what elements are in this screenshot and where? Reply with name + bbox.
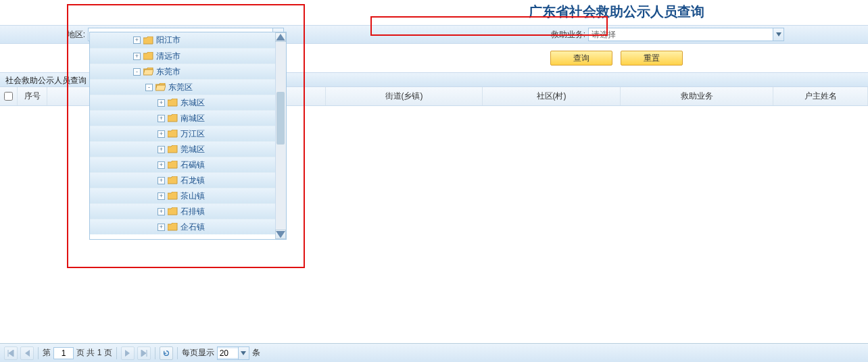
col-seq: 序号 xyxy=(18,87,47,105)
tree-node[interactable]: +东城区 xyxy=(90,95,286,110)
tree-label: 东城区 xyxy=(180,97,205,109)
expand-icon[interactable]: + xyxy=(133,36,141,44)
tree-node[interactable]: +万江区 xyxy=(90,126,286,141)
select-all-checkbox[interactable] xyxy=(4,92,13,101)
tree-label: 莞城区 xyxy=(180,144,205,155)
prev-page-button[interactable] xyxy=(20,346,34,360)
tree-label: 南城区 xyxy=(180,113,205,124)
folder-icon xyxy=(168,99,178,107)
tree-node[interactable]: +南城区 xyxy=(90,110,286,126)
tree-label: 清远市 xyxy=(156,51,180,62)
col-biz: 救助业务 xyxy=(621,87,773,105)
tree-label: 阳江市 xyxy=(156,34,180,46)
biz-label: 救助业务: xyxy=(548,29,588,41)
current-page-input[interactable] xyxy=(53,347,74,359)
page-size-combo[interactable] xyxy=(217,346,249,360)
folder-icon xyxy=(168,207,178,215)
biz-input[interactable] xyxy=(589,28,773,41)
expand-icon[interactable]: + xyxy=(158,130,165,138)
tree-label: 万江区 xyxy=(180,128,205,140)
expand-icon[interactable]: + xyxy=(158,146,165,153)
tree-label: 东莞区 xyxy=(168,82,193,93)
folder-icon xyxy=(143,36,153,45)
folder-icon xyxy=(168,145,178,153)
scroll-down-icon[interactable] xyxy=(275,230,286,239)
expand-icon[interactable]: + xyxy=(158,161,165,169)
col-owner: 户主姓名 xyxy=(773,87,868,105)
folder-icon xyxy=(168,176,178,184)
page-title: 广东省社会救助公示人员查询 xyxy=(365,0,868,25)
page-unit: 条 xyxy=(252,347,260,359)
tree-node[interactable]: +茶山镇 xyxy=(90,188,286,203)
page-size-input[interactable] xyxy=(218,348,238,358)
folder-icon xyxy=(168,130,178,138)
tree-label: 石排镇 xyxy=(180,206,205,217)
tree-node[interactable]: -东莞市 xyxy=(90,63,286,79)
button-row: 查询 重置 xyxy=(365,44,868,72)
page-middle: 页 共 1 页 xyxy=(76,347,112,359)
expand-icon[interactable]: + xyxy=(158,224,165,231)
paging-bar: 第 页 共 1 页 每页显示 条 xyxy=(0,343,868,362)
tree-node[interactable]: +莞城区 xyxy=(90,141,286,157)
reset-button[interactable]: 重置 xyxy=(621,51,683,66)
tree-node[interactable]: +石碣镇 xyxy=(90,157,286,172)
folder-open-icon xyxy=(155,83,166,91)
collapse-icon[interactable]: - xyxy=(133,68,141,76)
folder-icon xyxy=(168,192,178,200)
separator xyxy=(38,347,39,359)
separator xyxy=(116,347,117,359)
tree-node[interactable]: +企石镇 xyxy=(90,219,286,234)
col-community: 社区(村) xyxy=(483,87,621,105)
page-prefix: 第 xyxy=(43,347,51,359)
tree-node[interactable]: +阳江市 xyxy=(90,32,286,48)
expand-icon[interactable]: + xyxy=(158,177,165,184)
tree-node[interactable]: -东莞区 xyxy=(90,79,286,95)
chevron-down-icon[interactable] xyxy=(773,28,783,41)
tree-scrollbar[interactable] xyxy=(275,32,286,239)
search-button[interactable]: 查询 xyxy=(550,51,612,66)
chevron-down-icon[interactable] xyxy=(238,347,249,359)
first-page-button[interactable] xyxy=(4,346,18,360)
biz-combo[interactable] xyxy=(588,28,784,41)
separator xyxy=(177,347,178,359)
tree-node[interactable]: +石排镇 xyxy=(90,203,286,219)
folder-icon xyxy=(143,52,153,60)
tree-label: 企石镇 xyxy=(180,222,205,233)
expand-icon[interactable]: + xyxy=(158,192,165,200)
folder-icon xyxy=(168,161,178,169)
tree-label: 石龙镇 xyxy=(180,175,205,186)
region-tree[interactable]: +阳江市+清远市-东莞市-东莞区+东城区+南城区+万江区+莞城区+石碣镇+石龙镇… xyxy=(90,32,286,239)
scroll-up-icon[interactable] xyxy=(275,32,286,42)
tree-node[interactable]: +清远市 xyxy=(90,48,286,63)
col-street: 街道(乡镇) xyxy=(326,87,483,105)
select-all-cell xyxy=(0,87,18,105)
folder-icon xyxy=(168,223,178,231)
expand-icon[interactable]: + xyxy=(133,53,141,60)
scroll-thumb[interactable] xyxy=(276,92,285,145)
folder-icon xyxy=(168,114,178,122)
region-tree-panel: +阳江市+清远市-东莞市-东莞区+东城区+南城区+万江区+莞城区+石碣镇+石龙镇… xyxy=(89,32,287,240)
collapse-icon[interactable]: - xyxy=(145,84,153,91)
tree-label: 石碣镇 xyxy=(180,159,205,171)
expand-icon[interactable]: + xyxy=(158,115,165,122)
separator xyxy=(155,347,155,359)
expand-icon[interactable]: + xyxy=(158,99,165,107)
refresh-button[interactable] xyxy=(160,346,173,360)
folder-open-icon xyxy=(143,68,153,76)
region-label: 地区: xyxy=(0,29,88,41)
last-page-button[interactable] xyxy=(137,346,151,360)
expand-icon[interactable]: + xyxy=(158,208,165,215)
tree-label: 茶山镇 xyxy=(180,190,205,202)
per-page-label: 每页显示 xyxy=(182,347,214,359)
tree-node[interactable]: +石龙镇 xyxy=(90,172,286,188)
next-page-button[interactable] xyxy=(121,346,135,360)
tree-label: 东莞市 xyxy=(156,66,180,78)
